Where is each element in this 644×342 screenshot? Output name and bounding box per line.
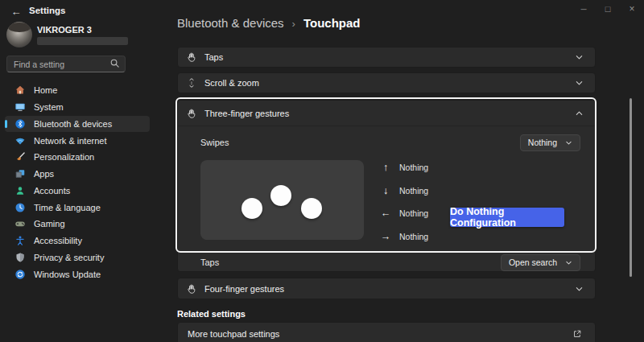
scroll-zoom-icon — [186, 77, 197, 89]
sidebar-item-network-internet[interactable]: Network & internet — [5, 132, 150, 149]
search-box[interactable] — [6, 56, 126, 72]
swipes-dropdown-value: Nothing — [528, 138, 557, 147]
sidebar-item-label: Gaming — [34, 219, 65, 229]
sidebar-item-label: Accounts — [34, 186, 70, 196]
sidebar-item-bluetooth-devices[interactable]: Bluetooth & devices — [5, 116, 150, 133]
three-finger-gestures-label: Three-finger gestures — [204, 109, 289, 118]
three-finger-taps-label: Taps — [200, 258, 219, 267]
network-icon — [14, 135, 26, 146]
three-finger-taps-dropdown[interactable]: Open search — [501, 254, 580, 271]
breadcrumb-parent[interactable]: Bluetooth & devices — [177, 16, 284, 30]
system-icon — [14, 101, 26, 113]
sidebar-nav: Home System Bluetooth & devices Network … — [5, 82, 150, 282]
taps-card[interactable]: Taps — [177, 47, 596, 68]
sidebar-item-personalization[interactable]: Personalization — [5, 149, 150, 166]
sidebar-item-accounts[interactable]: Accounts — [5, 183, 150, 200]
accounts-icon — [14, 185, 26, 196]
back-button[interactable]: ← — [6, 3, 26, 19]
swipe-down-value: Nothing — [399, 186, 428, 196]
search-icon — [109, 57, 120, 72]
external-link-icon — [572, 329, 582, 339]
scroll-zoom-card-label: Scroll & zoom — [204, 78, 259, 88]
swipe-right-row: → Nothing — [379, 229, 428, 244]
arrow-right-icon: → — [379, 231, 392, 242]
window-controls: ─ □ × — [572, 0, 644, 18]
annotation-button[interactable]: Do Nothing Configuration — [450, 208, 564, 227]
swipe-down-row: ↓ Nothing — [379, 183, 428, 198]
swipes-label: Swipes — [200, 138, 229, 147]
more-touchpad-settings-card[interactable]: More touchpad settings — [177, 322, 596, 342]
accessibility-icon — [14, 235, 26, 246]
chevron-down-icon[interactable] — [575, 284, 584, 293]
scrollbar[interactable] — [630, 98, 632, 277]
sidebar-item-label: Accessibility — [34, 236, 82, 245]
close-button[interactable]: × — [620, 0, 644, 18]
sidebar-item-windows-update[interactable]: Windows Update — [5, 266, 150, 282]
breadcrumb: Bluetooth & devices › Touchpad — [177, 16, 360, 30]
three-finger-gesture-icon — [186, 108, 197, 119]
sidebar-item-home[interactable]: Home — [5, 82, 150, 99]
swipe-up-row: ↑ Nothing — [379, 160, 428, 175]
sidebar-item-label: System — [34, 102, 64, 112]
sidebar-item-apps[interactable]: Apps — [5, 166, 150, 183]
search-input[interactable] — [14, 60, 109, 69]
taps-card-label: Taps — [204, 52, 223, 62]
sidebar-item-privacy-security[interactable]: Privacy & security — [5, 249, 150, 266]
four-finger-gestures-label: Four-finger gestures — [204, 284, 284, 294]
sidebar-item-label: Windows Update — [34, 270, 101, 279]
sidebar-item-accessibility[interactable]: Accessibility — [5, 233, 150, 249]
finger-dot — [270, 185, 291, 206]
sidebar-item-label: Time & language — [34, 203, 101, 212]
swipe-up-value: Nothing — [399, 163, 428, 172]
user-name: VIKROGER 3 — [37, 25, 92, 35]
three-finger-gestures-header[interactable]: Three-finger gestures — [178, 101, 595, 126]
breadcrumb-separator: › — [292, 18, 295, 30]
swipe-right-value: Nothing — [399, 232, 428, 241]
touchpad-illustration — [200, 160, 364, 240]
chevron-down-icon[interactable] — [575, 79, 584, 88]
sidebar-item-label: Bluetooth & devices — [34, 119, 112, 129]
maximize-button[interactable]: □ — [596, 0, 620, 18]
arrow-up-icon: ↑ — [379, 162, 392, 173]
chevron-down-icon[interactable] — [575, 53, 584, 62]
time-language-icon — [14, 202, 26, 213]
finger-dot — [301, 198, 322, 219]
gaming-icon — [14, 218, 26, 229]
sidebar-item-time-language[interactable]: Time & language — [5, 199, 150, 216]
windows-update-icon — [14, 269, 26, 280]
avatar[interactable] — [6, 22, 32, 47]
four-finger-gesture-icon — [186, 283, 197, 295]
sidebar-item-label: Personalization — [34, 152, 94, 162]
more-touchpad-settings-label: More touchpad settings — [188, 329, 279, 339]
three-finger-gestures-card: Three-finger gestures Swipes Nothing ↑ N… — [177, 100, 596, 272]
chevron-up-icon[interactable] — [575, 109, 584, 117]
swipe-left-row: ← Nothing — [379, 206, 428, 220]
related-settings-header: Related settings — [177, 309, 246, 319]
bluetooth-icon — [14, 118, 26, 130]
arrow-down-icon: ↓ — [379, 185, 392, 196]
sidebar-item-label: Apps — [34, 169, 54, 179]
app-title: Settings — [29, 6, 65, 15]
minimize-button[interactable]: ─ — [572, 0, 596, 18]
user-email-redacted — [37, 37, 128, 45]
personalization-icon — [14, 151, 26, 163]
sidebar-item-label: Network & internet — [34, 136, 106, 146]
finger-dot — [242, 198, 262, 219]
sidebar-item-gaming[interactable]: Gaming — [5, 216, 150, 233]
home-icon — [14, 84, 26, 96]
sidebar-item-system[interactable]: System — [5, 99, 150, 116]
tap-gesture-icon — [186, 52, 197, 63]
four-finger-gestures-card[interactable]: Four-finger gestures — [177, 278, 596, 299]
arrow-left-icon: ← — [379, 208, 392, 219]
sidebar-item-label: Home — [34, 85, 57, 95]
swipe-left-value: Nothing — [399, 208, 428, 218]
swipes-dropdown[interactable]: Nothing — [520, 134, 580, 151]
apps-icon — [14, 168, 26, 179]
three-finger-taps-dropdown-value: Open search — [509, 258, 557, 267]
chevron-down-icon — [565, 139, 572, 146]
page-title: Touchpad — [303, 16, 361, 30]
sidebar-item-label: Privacy & security — [34, 253, 104, 262]
chevron-down-icon — [565, 259, 572, 266]
privacy-icon — [14, 252, 26, 263]
scroll-zoom-card[interactable]: Scroll & zoom — [177, 72, 596, 93]
